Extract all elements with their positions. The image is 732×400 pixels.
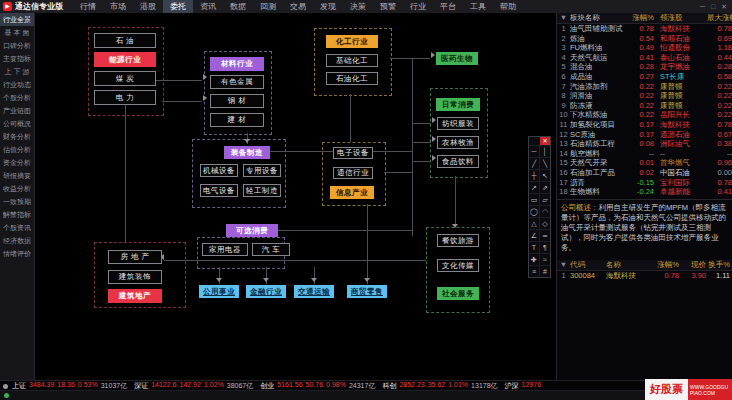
sidebar-item[interactable]: 行业动态 xyxy=(0,78,34,91)
maximize-icon[interactable]: □ xyxy=(711,3,715,11)
sidebar-item[interactable]: 资金分析 xyxy=(0,156,34,169)
industry-node[interactable]: 机械设备 xyxy=(200,164,238,177)
column-header[interactable]: 名称 xyxy=(606,260,652,270)
menu-item[interactable]: 帮助 xyxy=(493,0,523,13)
menu-item[interactable]: 决策 xyxy=(343,0,373,13)
sidebar-item[interactable]: 个股资讯 xyxy=(0,221,34,234)
sidebar-item[interactable]: 行业全景 xyxy=(0,13,34,26)
sector-row[interactable]: 12SC原油0.17通源石油0.67 xyxy=(557,130,732,140)
industry-node[interactable]: 医药生物 xyxy=(436,52,478,65)
menu-item[interactable]: 资讯 xyxy=(193,0,223,13)
sidebar-item[interactable]: 主要指标 xyxy=(0,52,34,65)
sidebar-item[interactable]: 研报摘要 xyxy=(0,169,34,182)
menu-item[interactable]: 预警 xyxy=(373,0,403,13)
sidebar-item[interactable]: 情绪评价 xyxy=(0,247,34,260)
sector-row[interactable]: 7汽油添加剂0.22康普顿0.22 xyxy=(557,82,732,92)
industry-node[interactable]: 建 材 xyxy=(210,113,264,127)
menu-item[interactable]: 发现 xyxy=(313,0,343,13)
column-header[interactable]: 代码 xyxy=(570,260,606,270)
industry-node[interactable]: 电 力 xyxy=(94,90,156,105)
sector-row[interactable]: 14航空燃料------ xyxy=(557,149,732,159)
column-header[interactable]: 领涨股 xyxy=(656,13,707,23)
draw-tool-icon[interactable]: ≂ xyxy=(540,229,550,241)
menu-item[interactable]: 行情 xyxy=(73,0,103,13)
draw-tool-icon[interactable]: ∠ xyxy=(529,229,540,241)
industry-node[interactable]: 文化传媒 xyxy=(437,259,479,272)
sector-row[interactable]: 17沥青-0.15宝利国际0.78 xyxy=(557,178,732,188)
column-header[interactable]: 最大涨幅 xyxy=(707,13,732,23)
sidebar-item[interactable]: 产业链图 xyxy=(0,104,34,117)
sort-icon[interactable]: ▼ xyxy=(557,260,570,270)
sidebar-item[interactable]: 基 本 面 xyxy=(0,26,34,39)
industry-node[interactable]: 材料行业 xyxy=(210,57,264,71)
close-window-icon[interactable]: ✕ xyxy=(721,3,727,11)
draw-tool-icon[interactable]: │ xyxy=(540,145,550,157)
draw-tool-icon[interactable]: ╱ xyxy=(529,157,540,169)
industry-node[interactable]: 交通运输 xyxy=(294,285,334,298)
industry-node[interactable]: 房 地 产 xyxy=(108,250,162,264)
sector-row[interactable]: 13石油精炼工程0.08洲际油气0.38 xyxy=(557,139,732,149)
industry-node[interactable]: 建筑地产 xyxy=(108,289,162,303)
sidebar-item[interactable]: 上 下 游 xyxy=(0,65,34,78)
sector-row[interactable]: 6成品油0.27ST长康0.58 xyxy=(557,72,732,82)
industry-node[interactable]: 汽 车 xyxy=(252,243,290,256)
industry-node[interactable]: 石 油 xyxy=(94,33,156,48)
menu-item[interactable]: 行业 xyxy=(403,0,433,13)
menu-item[interactable]: 数据 xyxy=(223,0,253,13)
industry-node[interactable]: 公用事业 xyxy=(199,285,239,298)
sort-icon[interactable]: ▼ xyxy=(557,13,570,23)
industry-node[interactable]: 社会服务 xyxy=(437,287,479,300)
menu-item[interactable]: 委托 xyxy=(163,0,193,13)
industry-node[interactable]: 家用电器 xyxy=(202,243,248,256)
sidebar-item[interactable]: 财务分析 xyxy=(0,130,34,143)
sidebar-item[interactable]: 公司概况 xyxy=(0,117,34,130)
draw-tool-icon[interactable]: T xyxy=(529,241,540,253)
draw-tool-icon[interactable]: ↗ xyxy=(529,181,540,193)
sidebar-item[interactable]: 收益分析 xyxy=(0,182,34,195)
draw-tool-icon[interactable]: ✚ xyxy=(529,253,540,265)
column-header[interactable]: 换手% xyxy=(706,260,730,270)
industry-node[interactable]: 专用设备 xyxy=(243,164,281,177)
sector-row[interactable]: 3FU燃料油0.49恒通股份1.18 xyxy=(557,43,732,53)
sidebar-item[interactable]: 经济数据 xyxy=(0,234,34,247)
industry-node[interactable]: 装备制造 xyxy=(224,146,270,159)
draw-tool-icon[interactable]: ◯ xyxy=(529,205,540,217)
industry-node[interactable]: 建筑装饰 xyxy=(108,270,162,284)
industry-node[interactable]: 信息产业 xyxy=(330,186,374,199)
draw-tool-icon[interactable]: ◠ xyxy=(540,205,550,217)
sector-row[interactable]: 1油气田辅助测试0.78海默科技0.78 xyxy=(557,24,732,34)
column-header[interactable]: 涨幅% xyxy=(627,13,656,23)
sector-row[interactable]: 11加氢裂化项目0.17海默科技0.78 xyxy=(557,120,732,130)
draw-tool-icon[interactable]: ╲ xyxy=(540,157,550,169)
industry-node[interactable]: 纺织服装 xyxy=(437,117,479,130)
column-header[interactable]: 涨幅% xyxy=(652,260,679,270)
sidebar-item[interactable]: 一致预期 xyxy=(0,195,34,208)
draw-tool-icon[interactable]: ─ xyxy=(529,145,540,157)
menu-item[interactable]: 平台 xyxy=(433,0,463,13)
draw-tool-icon[interactable]: ◇ xyxy=(540,217,550,229)
close-icon[interactable]: ✕ xyxy=(540,137,550,145)
industry-node[interactable]: 基础化工 xyxy=(326,54,378,67)
industry-node[interactable]: 农林牧渔 xyxy=(437,136,479,149)
draw-tool-icon[interactable]: △ xyxy=(529,217,540,229)
sector-row[interactable]: 16石油加工产品0.02中国石油0.00 xyxy=(557,168,732,178)
draw-tool-icon[interactable]: ⇗ xyxy=(540,181,550,193)
column-header[interactable]: 板块名称 xyxy=(570,13,627,23)
industry-node[interactable]: 金融行业 xyxy=(246,285,286,298)
menu-item[interactable]: 交易 xyxy=(283,0,313,13)
industry-node[interactable]: 电子设备 xyxy=(333,147,373,159)
draw-tool-icon[interactable]: ≡ xyxy=(529,265,540,277)
industry-node[interactable]: 轻工制造 xyxy=(243,184,281,197)
sector-row[interactable]: 5混合油0.28龙宇燃油0.28 xyxy=(557,62,732,72)
sector-row[interactable]: 15天然气开采0.01首华燃气0.96 xyxy=(557,158,732,168)
sector-row[interactable]: 8润滑油0.22康普顿0.22 xyxy=(557,91,732,101)
sector-row[interactable]: 9防冻液0.22康普顿0.22 xyxy=(557,101,732,111)
industry-node[interactable]: 电气设备 xyxy=(200,184,238,197)
stock-row[interactable]: 1300084海默科技0.783.901.11 xyxy=(557,271,732,281)
menu-item[interactable]: 回测 xyxy=(253,0,283,13)
industry-node[interactable]: 通信行业 xyxy=(333,167,373,179)
draw-tool-icon[interactable]: ┼ xyxy=(529,169,540,181)
menu-item[interactable]: 工具 xyxy=(463,0,493,13)
industry-node[interactable]: 可选消费 xyxy=(226,224,278,237)
industry-node[interactable]: 化工行业 xyxy=(326,35,378,48)
